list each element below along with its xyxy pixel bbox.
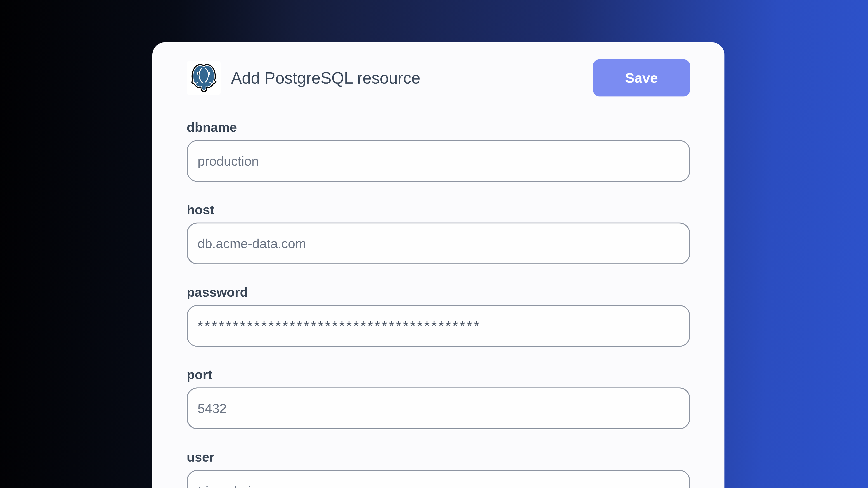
add-resource-card: Add PostgreSQL resource Save dbname host… xyxy=(152,42,724,488)
user-input[interactable] xyxy=(187,470,690,488)
form-field-user: user xyxy=(187,450,690,488)
form-field-host: host xyxy=(187,203,690,264)
save-button[interactable]: Save xyxy=(593,59,690,96)
dbname-input[interactable] xyxy=(187,140,690,182)
page-title: Add PostgreSQL resource xyxy=(231,69,421,87)
field-label-dbname: dbname xyxy=(187,120,690,134)
port-input[interactable] xyxy=(187,387,690,429)
host-input[interactable] xyxy=(187,223,690,264)
postgresql-logo xyxy=(187,61,221,95)
field-label-host: host xyxy=(187,203,690,217)
form-field-password: password xyxy=(187,285,690,347)
postgresql-elephant-icon xyxy=(191,63,217,93)
form-field-dbname: dbname xyxy=(187,120,690,182)
field-label-user: user xyxy=(187,450,690,464)
field-label-port: port xyxy=(187,367,690,382)
desktop-background: Add PostgreSQL resource Save dbname host… xyxy=(0,0,868,488)
field-label-password: password xyxy=(187,285,690,299)
form-field-port: port xyxy=(187,367,690,429)
password-input[interactable] xyxy=(187,305,690,347)
card-header: Add PostgreSQL resource Save xyxy=(187,59,690,96)
